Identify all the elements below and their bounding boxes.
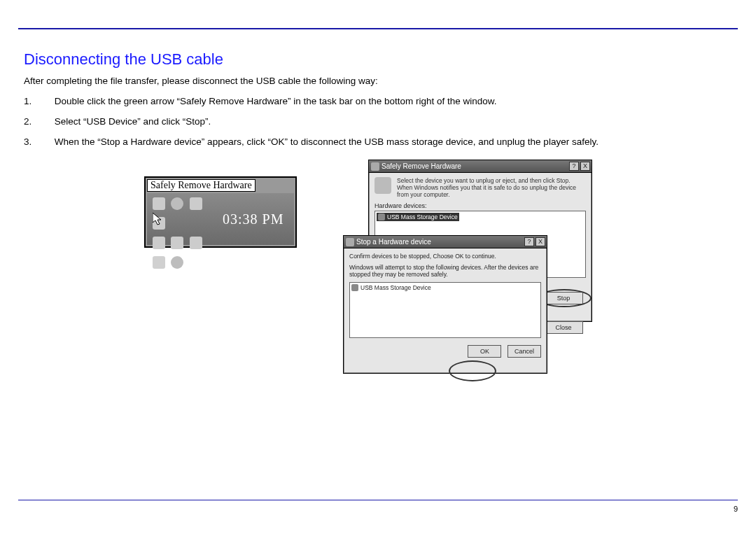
help-button[interactable]: ? <box>524 237 534 246</box>
close-button[interactable]: X <box>536 237 545 246</box>
list-label: Hardware devices: <box>374 202 586 209</box>
usb-icon <box>351 284 358 291</box>
tray-icon <box>171 237 183 249</box>
usb-icon <box>378 213 385 220</box>
list-item-label: USB Mass Storage Device <box>387 213 458 220</box>
tray-icon <box>153 197 165 210</box>
cancel-button[interactable]: Cancel <box>507 345 541 358</box>
list-item-selected[interactable]: USB Mass Storage Device <box>377 213 459 221</box>
svg-marker-0 <box>153 213 161 225</box>
tray-icon <box>171 256 183 269</box>
stop-hardware-device-dialog: Stop a Hardware device ? X Confirm devic… <box>343 235 547 374</box>
instruction-list: 1. Double click the green arrow “Safely … <box>24 96 738 147</box>
figure-area: Safely Remove Hardware 03:38 PM <box>18 167 738 391</box>
step-text: Double click the green arrow “Safely Rem… <box>55 96 713 106</box>
taskbar-screenshot: Safely Remove Hardware 03:38 PM <box>144 176 297 248</box>
section-heading: Disconnecting the USB cable <box>24 50 738 69</box>
dialog-description: Select the device you want to unplug or … <box>397 177 586 198</box>
step-text: When the “Stop a Hardware device” appear… <box>55 136 713 147</box>
step-text: Select “USB Device” and click “Stop”. <box>55 116 713 127</box>
intro-paragraph: After completing the file transfer, plea… <box>24 76 738 86</box>
page-number: 9 <box>734 505 738 513</box>
tray-icon <box>190 197 202 210</box>
step-number: 2. <box>24 116 52 127</box>
tray-icon <box>171 197 183 210</box>
step-2: 2. Select “USB Device” and click “Stop”. <box>24 116 738 127</box>
top-horizontal-rule <box>18 28 738 29</box>
stop-button[interactable]: Stop <box>544 292 583 304</box>
hardware-icon <box>374 177 391 194</box>
taskbar-clock: 03:38 PM <box>223 211 284 227</box>
hardware-icon <box>371 162 379 171</box>
step-1: 1. Double click the green arrow “Safely … <box>24 96 738 106</box>
step-number: 3. <box>24 136 52 147</box>
device-listbox[interactable]: USB Mass Storage Device <box>349 282 541 338</box>
bottom-horizontal-rule <box>18 500 738 500</box>
system-tray: 03:38 PM <box>147 193 294 245</box>
dialog-titlebar: Safely Remove Hardware ? X <box>369 160 592 173</box>
hardware-icon <box>346 238 354 246</box>
dialog-title: Safely Remove Hardware <box>382 162 461 170</box>
step-number: 1. <box>24 96 52 106</box>
taskbar-tooltip: Safely Remove Hardware <box>147 179 255 192</box>
dialog-title: Stop a Hardware device <box>356 238 431 246</box>
list-item[interactable]: USB Mass Storage Device <box>351 284 431 291</box>
ok-button[interactable]: OK <box>468 345 501 358</box>
tray-icon <box>190 237 202 249</box>
list-item-label: USB Mass Storage Device <box>360 284 431 291</box>
dialog-titlebar: Stop a Hardware device ? X <box>344 236 547 248</box>
shield-icon <box>153 256 165 269</box>
close-dialog-button[interactable]: Close <box>544 321 583 334</box>
help-button[interactable]: ? <box>569 162 579 171</box>
dialog-line-1: Confirm devices to be stopped, Choose OK… <box>349 253 541 260</box>
dialog-line-2: Windows will attempt to stop the followi… <box>349 264 541 278</box>
close-button[interactable]: X <box>580 162 590 171</box>
tray-icon <box>153 237 165 249</box>
step-3: 3. When the “Stop a Hardware device” app… <box>24 136 738 147</box>
